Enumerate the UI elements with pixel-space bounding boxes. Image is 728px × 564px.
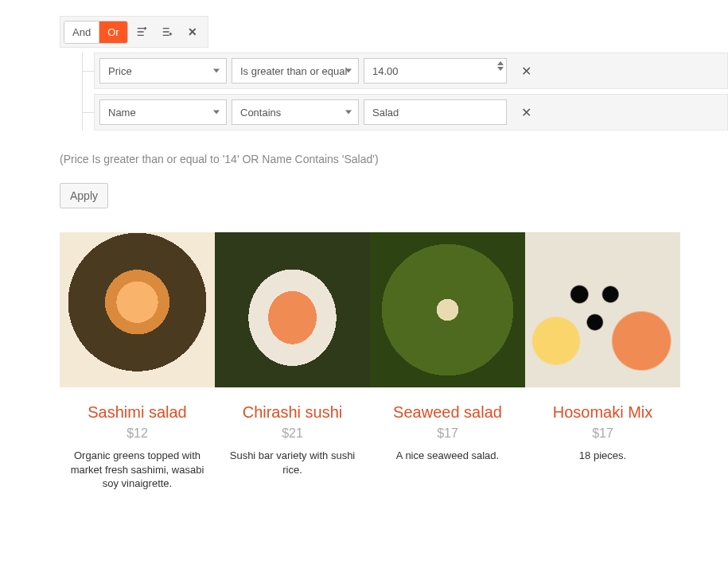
item-description: Organic greens topped with market fresh … (60, 449, 215, 491)
rule-operator-label: Contains (240, 107, 281, 119)
logic-or[interactable]: Or (99, 21, 127, 43)
item-description: A nice seaweed salad. (370, 449, 525, 463)
item-price: $17 (370, 426, 525, 441)
item-name: Chirashi sushi (215, 403, 370, 422)
rule-value-input[interactable] (364, 58, 507, 84)
rule-field-select[interactable]: Price (99, 58, 227, 84)
add-group-icon[interactable] (155, 20, 179, 44)
rule-operator-select[interactable]: Is greater than or equal (232, 58, 359, 84)
chevron-down-icon (345, 111, 352, 115)
rule-field-select[interactable]: Name (99, 99, 227, 125)
remove-rule-icon[interactable]: ✕ (510, 105, 542, 120)
item-description: 18 pieces. (525, 449, 680, 463)
result-card: Seaweed salad $17 A nice seaweed salad. (370, 232, 525, 491)
logic-toggle[interactable]: And Or (64, 21, 128, 44)
spinner-up-icon[interactable] (497, 61, 504, 65)
item-image (215, 232, 370, 387)
add-rule-icon[interactable] (130, 20, 154, 44)
apply-button[interactable]: Apply (60, 183, 108, 208)
item-name: Hosomaki Mix (525, 403, 680, 422)
item-image (370, 232, 525, 387)
filter-rule: Name Contains ✕ (94, 94, 728, 130)
item-image (525, 232, 680, 387)
result-card: Chirashi sushi $21 Sushi bar variety wit… (215, 232, 370, 491)
result-card: Sashimi salad $12 Organic greens topped … (60, 232, 215, 491)
item-image (60, 232, 215, 387)
filter-root-group: And Or ✕ (60, 16, 208, 48)
item-description: Sushi bar variety with sushi rice. (215, 449, 370, 476)
rule-value-input[interactable] (364, 99, 507, 125)
number-spinner[interactable] (497, 61, 504, 71)
rule-operator-select[interactable]: Contains (232, 99, 359, 125)
result-card: Hosomaki Mix $17 18 pieces. (525, 232, 680, 491)
rule-value-wrapper (364, 99, 507, 125)
rule-operator-label: Is greater than or equal (240, 65, 347, 77)
rule-value-wrapper (364, 58, 507, 84)
item-name: Seaweed salad (370, 403, 525, 422)
chevron-down-icon (345, 69, 352, 73)
rules-container: Price Is greater than or equal ✕ Name (82, 53, 728, 130)
rule-field-label: Price (108, 65, 132, 77)
item-price: $21 (215, 426, 370, 441)
spinner-down-icon[interactable] (497, 67, 504, 71)
rule-field-label: Name (108, 107, 136, 119)
filter-builder: And Or ✕ Price Is greater than or equal (60, 16, 728, 130)
remove-rule-icon[interactable]: ✕ (510, 64, 542, 79)
remove-group-icon[interactable]: ✕ (181, 20, 204, 44)
item-price: $17 (525, 426, 680, 441)
filter-expression-text: (Price Is greater than or equal to '14' … (60, 153, 728, 165)
filter-rule: Price Is greater than or equal ✕ (94, 53, 728, 89)
item-name: Sashimi salad (60, 403, 215, 422)
item-price: $12 (60, 426, 215, 441)
chevron-down-icon (213, 111, 220, 115)
logic-and[interactable]: And (64, 21, 99, 43)
chevron-down-icon (213, 69, 220, 73)
results-grid: Sashimi salad $12 Organic greens topped … (60, 232, 680, 491)
